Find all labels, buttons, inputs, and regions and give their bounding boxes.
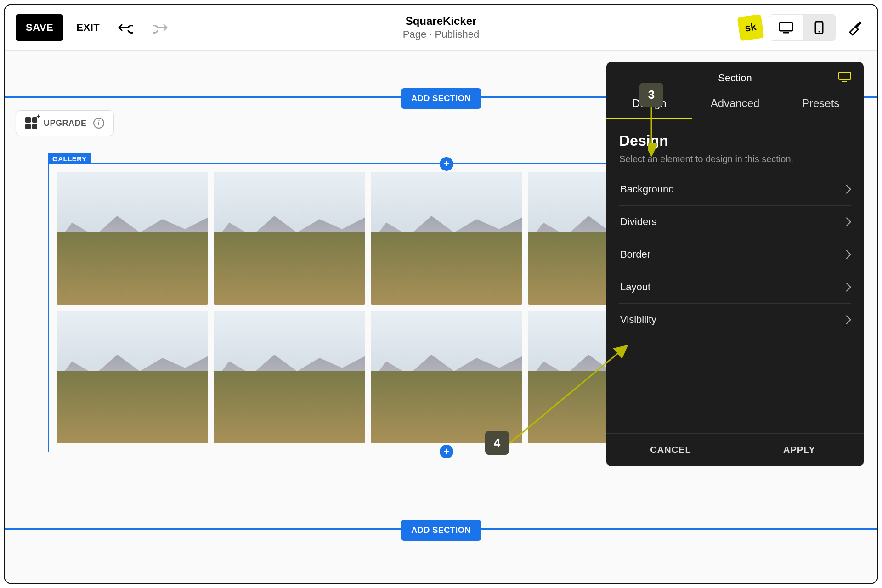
blocks-icon — [25, 117, 37, 129]
panel-item-label: Border — [620, 249, 650, 260]
mobile-icon — [814, 20, 824, 35]
desktop-icon — [778, 21, 794, 34]
panel-item-label: Dividers — [620, 216, 656, 228]
svg-rect-0 — [780, 23, 792, 31]
chevron-right-icon — [842, 185, 851, 194]
panel-item-visibility[interactable]: Visibility — [619, 304, 851, 336]
apply-button[interactable]: APPLY — [735, 434, 864, 466]
svg-point-2 — [819, 31, 820, 32]
panel-device-icon[interactable] — [838, 71, 852, 85]
topbar-center: SquareKicker Page · Published — [403, 15, 479, 40]
panel-item-border[interactable]: Border — [619, 238, 851, 271]
panel-item-label: Layout — [620, 281, 650, 293]
mobile-view-button[interactable] — [803, 15, 836, 40]
sk-logo[interactable]: sk — [737, 14, 764, 41]
svg-rect-3 — [839, 72, 851, 79]
design-panel: Section Design Advanced Presets Design S… — [606, 62, 864, 466]
chevron-right-icon — [842, 315, 851, 324]
panel-item-layout[interactable]: Layout — [619, 271, 851, 304]
callout-3: 3 — [639, 83, 663, 107]
panel-item-dividers[interactable]: Dividers — [619, 206, 851, 238]
panel-footer: CANCEL APPLY — [606, 433, 864, 466]
undo-button[interactable] — [113, 17, 136, 38]
styles-button[interactable] — [842, 16, 866, 40]
panel-heading-text: Section — [718, 72, 752, 84]
desktop-view-button[interactable] — [769, 15, 803, 40]
add-section-button-bottom[interactable]: ADD SECTION — [401, 520, 481, 541]
gallery-tile[interactable] — [371, 172, 522, 305]
app-title: SquareKicker — [403, 15, 479, 28]
callout-4: 4 — [485, 431, 509, 455]
redo-icon — [153, 21, 170, 34]
gallery-tag: GALLERY — [48, 153, 91, 164]
add-section-button-top[interactable]: ADD SECTION — [401, 88, 481, 109]
chevron-right-icon — [842, 250, 851, 259]
undo-icon — [116, 21, 133, 34]
panel-subtitle: Select an element to design in this sect… — [619, 154, 851, 164]
panel-item-label: Background — [620, 183, 674, 195]
topbar: SAVE EXIT SquareKicker Page · Published … — [5, 5, 877, 51]
topbar-right: sk — [739, 14, 866, 41]
info-icon[interactable]: i — [93, 118, 104, 129]
insert-above-button[interactable]: + — [440, 157, 453, 171]
panel-item-background[interactable]: Background — [619, 173, 851, 206]
paintbrush-icon — [846, 19, 863, 36]
chevron-right-icon — [842, 217, 851, 226]
insert-below-button[interactable]: + — [440, 445, 453, 458]
tab-advanced[interactable]: Advanced — [692, 89, 778, 119]
upgrade-label: UPGRADE — [44, 119, 87, 128]
save-button[interactable]: SAVE — [16, 14, 63, 41]
gallery-tile[interactable] — [214, 172, 365, 305]
chevron-right-icon — [842, 283, 851, 292]
panel-title: Design — [619, 132, 851, 149]
panel-body: Design Select an element to design in th… — [606, 119, 864, 349]
gallery-tile[interactable] — [57, 311, 208, 443]
topbar-left: SAVE EXIT — [16, 14, 173, 41]
device-switch — [769, 14, 836, 41]
gallery-tile[interactable] — [214, 311, 365, 443]
panel-list: Background Dividers Border Layout Visibi… — [619, 173, 851, 336]
upgrade-chip[interactable]: UPGRADE i — [16, 110, 114, 136]
page-status: Page · Published — [403, 28, 479, 40]
exit-button[interactable]: EXIT — [76, 22, 100, 34]
panel-item-label: Visibility — [620, 314, 656, 326]
redo-button[interactable] — [149, 17, 173, 38]
gallery-tile[interactable] — [57, 172, 208, 305]
tab-presets[interactable]: Presets — [778, 89, 864, 119]
gallery-tile[interactable] — [371, 311, 522, 443]
cancel-button[interactable]: CANCEL — [606, 434, 735, 466]
